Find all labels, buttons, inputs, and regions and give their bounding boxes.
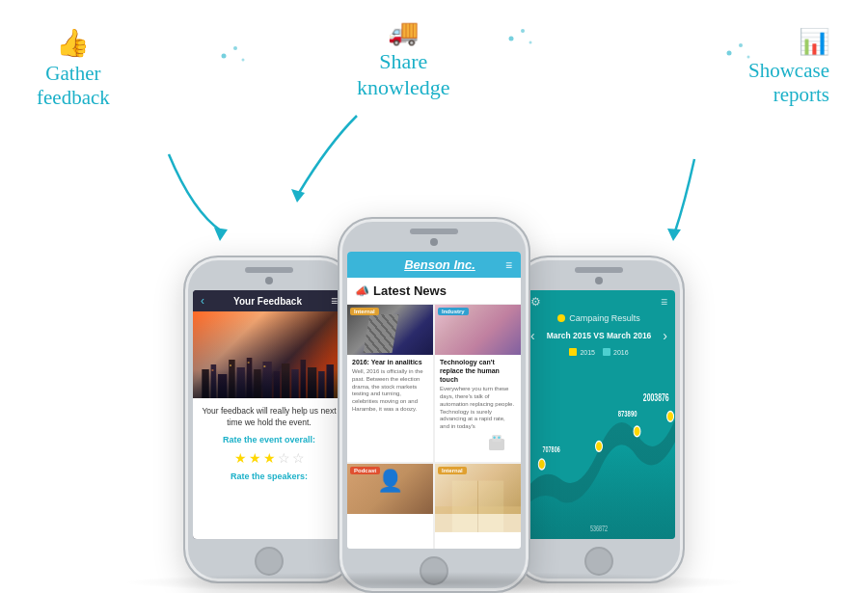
svg-rect-24 bbox=[308, 367, 316, 398]
annotation-share: 🚚 Share knowledge bbox=[357, 17, 450, 100]
svg-point-4 bbox=[233, 46, 237, 50]
article-title-2: Technology can't replace the human touch bbox=[440, 358, 516, 384]
right-menu-icon[interactable]: ≡ bbox=[661, 295, 667, 309]
article-img-1: Internal bbox=[347, 305, 433, 355]
svg-rect-26 bbox=[326, 364, 333, 398]
latest-news-title: Latest News bbox=[373, 283, 447, 298]
left-phone-title: Your Feedback bbox=[233, 296, 302, 307]
svg-text:873890: 873890 bbox=[618, 409, 637, 419]
rate-overall-label: Rate the event overall: bbox=[223, 435, 315, 445]
articles-grid: Internal 2016: Year in analitics Well, 2… bbox=[347, 305, 521, 549]
svg-rect-12 bbox=[202, 369, 208, 398]
svg-point-34 bbox=[498, 436, 500, 438]
phone-speaker-left bbox=[245, 267, 293, 273]
svg-rect-21 bbox=[282, 364, 289, 398]
svg-text:707806: 707806 bbox=[543, 445, 560, 455]
megaphone-icon: 📣 bbox=[355, 284, 369, 298]
svg-rect-32 bbox=[492, 435, 502, 442]
chart-legend: 2015 2016 bbox=[523, 346, 675, 360]
svg-text:536872: 536872 bbox=[590, 525, 608, 534]
legend-box-2016 bbox=[603, 348, 610, 356]
svg-point-6 bbox=[509, 37, 514, 41]
phone-camera-right bbox=[595, 277, 603, 284]
star-rating[interactable]: ★ ★ ★ ☆ ☆ bbox=[234, 450, 305, 466]
svg-rect-30 bbox=[212, 369, 214, 371]
chart-area: 2003876 873890 707806 536872 bbox=[523, 360, 675, 539]
legend-box-2015 bbox=[569, 348, 577, 356]
legend-2015: 2015 bbox=[569, 348, 595, 356]
star-5: ☆ bbox=[292, 450, 305, 466]
legend-2016: 2016 bbox=[603, 348, 629, 356]
phone-speaker-center bbox=[410, 229, 458, 234]
phone-shadow bbox=[121, 572, 747, 593]
svg-point-33 bbox=[493, 436, 495, 438]
svg-point-5 bbox=[242, 59, 245, 62]
svg-rect-14 bbox=[218, 374, 227, 398]
svg-point-7 bbox=[521, 29, 525, 33]
campaign-label: Campaing Results bbox=[523, 313, 675, 325]
gear-icon[interactable]: ⚙ bbox=[530, 295, 541, 309]
brand-name: Benson Inc. bbox=[404, 257, 475, 272]
svg-point-8 bbox=[529, 41, 532, 44]
left-menu-icon[interactable]: ≡ bbox=[331, 294, 338, 308]
svg-rect-18 bbox=[254, 369, 260, 398]
svg-rect-20 bbox=[274, 371, 281, 398]
star-3: ★ bbox=[263, 450, 276, 466]
annotation-gather: 👍 Gather feedback bbox=[37, 27, 110, 110]
article-3[interactable]: Podcast bbox=[347, 464, 433, 549]
left-phone-screen: ‹ Your Feedback ≡ bbox=[193, 290, 345, 539]
phones-area: ‹ Your Feedback ≡ bbox=[87, 188, 781, 593]
star-2: ★ bbox=[249, 450, 261, 466]
article-2[interactable]: Industry Technology can't replace the hu… bbox=[435, 305, 521, 462]
phone-left: ‹ Your Feedback ≡ bbox=[183, 256, 355, 583]
center-top-bar: Benson Inc. ≡ bbox=[347, 252, 521, 278]
tag-internal-1: Internal bbox=[350, 308, 379, 315]
article-1[interactable]: Internal 2016: Year in analitics Well, 2… bbox=[347, 305, 433, 462]
star-4: ☆ bbox=[278, 450, 290, 466]
tag-industry-1: Industry bbox=[438, 308, 469, 315]
svg-point-39 bbox=[596, 441, 603, 451]
left-top-bar: ‹ Your Feedback ≡ bbox=[193, 290, 345, 311]
left-content: Your feedback will really help us next t… bbox=[193, 398, 345, 539]
center-phone-screen: Benson Inc. ≡ 📣 Latest News Internal bbox=[347, 252, 521, 549]
article-title-1: 2016: Year in analitics bbox=[352, 358, 428, 366]
annotation-showcase: 📊 Showcase reports bbox=[748, 27, 829, 108]
prev-month-button[interactable]: ‹ bbox=[530, 328, 535, 343]
center-menu-icon[interactable]: ≡ bbox=[505, 258, 513, 272]
feedback-text: Your feedback will really help us next t… bbox=[201, 406, 338, 429]
article-img-3: Podcast bbox=[347, 464, 433, 514]
article-excerpt-1: Well, 2016 is officially in the past. Be… bbox=[352, 368, 428, 414]
svg-point-3 bbox=[222, 54, 227, 59]
latest-news-bar: 📣 Latest News bbox=[347, 278, 521, 305]
svg-text:2003876: 2003876 bbox=[643, 392, 669, 404]
right-top-bar: ⚙ ≡ bbox=[523, 290, 675, 313]
month-label: March 2015 VS March 2016 bbox=[547, 331, 652, 340]
svg-point-40 bbox=[634, 426, 640, 437]
phone-center: Benson Inc. ≡ 📣 Latest News Internal bbox=[338, 217, 530, 593]
article-img-4: Internal bbox=[435, 464, 521, 514]
campaign-dot bbox=[557, 314, 565, 322]
phone-camera-left bbox=[265, 277, 273, 284]
svg-rect-13 bbox=[211, 364, 217, 398]
left-city-image bbox=[193, 311, 345, 398]
right-phone-screen: ⚙ ≡ Campaing Results ‹ March 2015 VS Mar… bbox=[523, 290, 675, 539]
rate-speakers-label: Rate the speakers: bbox=[231, 472, 308, 481]
svg-point-9 bbox=[727, 51, 732, 56]
tag-podcast-1: Podcast bbox=[350, 467, 380, 474]
phone-camera-center bbox=[430, 238, 438, 246]
phone-speaker-right bbox=[575, 267, 623, 273]
svg-rect-16 bbox=[237, 367, 245, 398]
svg-point-10 bbox=[739, 43, 743, 47]
next-month-button[interactable]: › bbox=[663, 328, 667, 343]
svg-rect-25 bbox=[318, 371, 325, 398]
phone-right: ⚙ ≡ Campaing Results ‹ March 2015 VS Mar… bbox=[513, 256, 685, 583]
month-nav: ‹ March 2015 VS March 2016 › bbox=[523, 325, 675, 346]
svg-point-41 bbox=[667, 411, 674, 421]
svg-point-38 bbox=[538, 459, 545, 470]
star-1: ★ bbox=[234, 450, 247, 466]
back-arrow-icon[interactable]: ‹ bbox=[201, 294, 204, 308]
article-img-2: Industry bbox=[435, 305, 521, 355]
article-4[interactable]: Internal bbox=[435, 464, 521, 549]
svg-rect-22 bbox=[291, 369, 298, 398]
